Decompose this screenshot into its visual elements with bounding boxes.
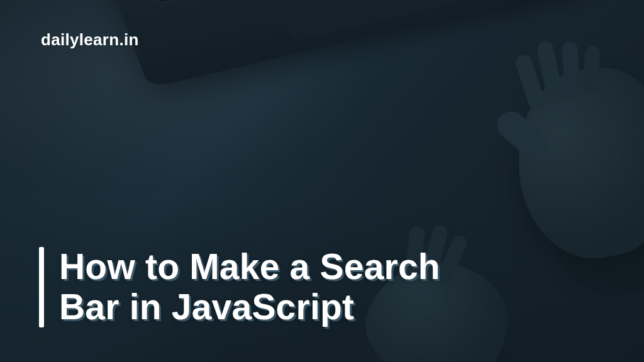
headline-title: How to Make a Search Bar in JavaScript xyxy=(59,247,440,327)
headline-line: How to Make a Search xyxy=(59,246,440,287)
headline-block: How to Make a Search Bar in JavaScript xyxy=(39,247,440,327)
hero-banner: WebStorm File Edit View Navigate compone… xyxy=(0,0,644,362)
headline-accent-bar xyxy=(39,247,44,327)
site-brand: dailylearn.in xyxy=(41,30,139,50)
headline-line: Bar in JavaScript xyxy=(59,287,354,327)
